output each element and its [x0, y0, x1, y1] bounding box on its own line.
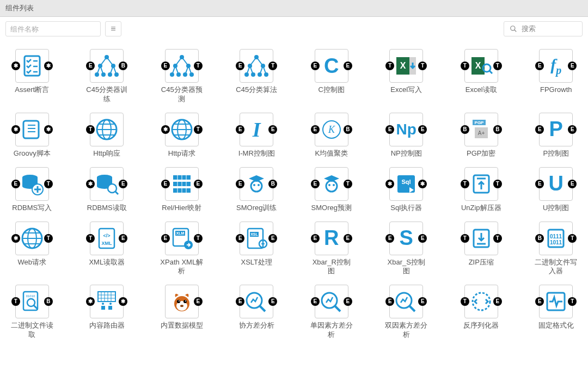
component-item[interactable]: EE协方差分析: [230, 285, 284, 340]
xlm-icon: XLM: [169, 225, 195, 251]
component-item[interactable]: EE双因素方差分析: [380, 285, 433, 340]
component-item[interactable]: ✱TWeb请求: [5, 222, 59, 276]
component-item[interactable]: TE反序列化器: [455, 285, 508, 340]
component-icon-box: ✱E: [90, 167, 124, 201]
port-badge-right: T: [194, 234, 203, 243]
component-item[interactable]: EEII-MR控制图: [230, 113, 284, 158]
component-icon-box: EES: [389, 222, 423, 255]
port-badge-left: T: [385, 62, 394, 70]
component-item[interactable]: TE</>XMLXML读取器: [81, 222, 134, 276]
component-item[interactable]: EEPP控制图: [530, 113, 583, 158]
component-icon-box: EB: [240, 167, 273, 201]
menu-icon: ≡: [111, 24, 115, 34]
component-item[interactable]: TTXExcel写入: [380, 49, 433, 104]
component-item[interactable]: EEXSLXSLT处理: [230, 222, 284, 276]
component-item[interactable]: TTZIP压缩: [455, 222, 508, 276]
port-badge-right: E: [268, 297, 277, 306]
component-item[interactable]: ETRDBMS写入: [5, 167, 59, 213]
component-label: FPGrowth: [540, 85, 572, 95]
component-item[interactable]: ✱✱SqlSql执行器: [380, 167, 433, 213]
component-item[interactable]: EESXbar_S控制图: [380, 222, 433, 276]
tree-icon: [94, 53, 120, 79]
component-item[interactable]: ETSMOreg预测: [305, 167, 358, 213]
component-item[interactable]: TB01010二进制文件读取: [5, 285, 59, 340]
xsl-icon: XSL: [243, 225, 270, 251]
component-icon-box: ✱✱Sql: [389, 167, 423, 201]
component-icon-box: T: [90, 113, 124, 146]
port-badge-right: T: [344, 180, 352, 188]
pulse-icon: [543, 288, 569, 315]
component-label: 二进制文件读取: [10, 321, 54, 340]
component-item[interactable]: EERel/Hier映射: [155, 167, 209, 213]
component-item[interactable]: EECC控制图: [305, 49, 358, 104]
db-search-icon: [94, 171, 120, 197]
component-item[interactable]: EEfpFPGrowth: [530, 49, 583, 104]
component-item[interactable]: ✱THttp请求: [155, 113, 209, 158]
port-badge-right: E: [119, 234, 127, 243]
component-label: UnZip解压器: [461, 204, 501, 213]
grad-icon: [318, 171, 345, 197]
component-item[interactable]: ✱✱Assert断言: [5, 49, 59, 104]
component-item[interactable]: TTUnZip解压器: [455, 167, 508, 213]
component-item[interactable]: ET固定格式化: [530, 285, 583, 340]
port-badge-right: E: [418, 125, 427, 134]
svg-point-64: [328, 184, 330, 186]
port-badge-right: B: [344, 125, 352, 134]
port-badge-right: E: [119, 180, 127, 188]
component-label: I-MR控制图: [238, 149, 275, 158]
svg-text:XML: XML: [102, 241, 113, 246]
xml-icon: </>XML: [94, 225, 120, 251]
component-item[interactable]: BBPGPA+PGP加密: [455, 113, 508, 158]
component-label: RDBMS写入: [12, 204, 52, 213]
svg-rect-93: [98, 292, 115, 302]
component-item[interactable]: ETC45分类算法: [230, 49, 284, 104]
svg-point-91: [27, 299, 35, 306]
port-badge-left: B: [535, 234, 544, 243]
svg-point-104: [179, 300, 180, 302]
svg-text:X: X: [400, 61, 406, 70]
component-label: XML读取器: [89, 258, 125, 267]
component-item[interactable]: EENpNP控制图: [380, 113, 433, 158]
port-badge-left: B: [461, 125, 469, 134]
component-item[interactable]: ✱ERDBMS读取: [81, 167, 134, 213]
search-box[interactable]: 搜索: [504, 21, 583, 36]
port-badge-left: E: [236, 297, 244, 306]
component-icon-box: EE: [389, 285, 423, 318]
rows-icon: [169, 171, 195, 197]
bin-search-icon: 01010: [19, 288, 45, 315]
svg-point-106: [180, 305, 183, 307]
component-label: Web请求: [18, 258, 47, 267]
svg-line-1: [514, 30, 517, 32]
component-item[interactable]: EBC45分类器训练: [81, 49, 134, 104]
search-icon: [510, 25, 517, 33]
component-item[interactable]: BT01111011二进制文件写入器: [530, 222, 583, 276]
component-item[interactable]: THttp响应: [81, 113, 134, 158]
port-badge-left: T: [86, 234, 95, 243]
component-item[interactable]: TTXExcel读取: [455, 49, 508, 104]
component-item[interactable]: ✱✱内容路由器: [81, 285, 134, 340]
port-badge-right: E: [568, 180, 577, 188]
filter-input[interactable]: [5, 21, 101, 36]
scroll-icon: [19, 116, 45, 143]
globe-icon: [169, 116, 195, 143]
component-label: NP控制图: [391, 149, 422, 158]
component-item[interactable]: ETC45分类器预测: [155, 49, 209, 104]
component-item[interactable]: E内置数据模型: [155, 285, 209, 340]
component-item[interactable]: ✱✱Groovy脚本: [5, 113, 59, 158]
component-icon-box: ET: [315, 167, 348, 201]
letter-R-icon: R: [318, 225, 345, 251]
port-badge-left: E: [236, 180, 244, 188]
component-item[interactable]: EE单因素方差分析: [305, 285, 358, 340]
component-item[interactable]: ETXLMXPath XML解析: [155, 222, 209, 276]
component-item[interactable]: EBKK均值聚类: [305, 113, 358, 158]
port-badge-right: T: [493, 62, 502, 70]
component-item[interactable]: EEUU控制图: [530, 167, 583, 213]
menu-button[interactable]: ≡: [105, 21, 121, 36]
component-item[interactable]: EBSMOreg训练: [230, 167, 284, 213]
port-badge-left: E: [86, 62, 95, 70]
component-item[interactable]: EERXbar_R控制图: [305, 222, 358, 276]
chart-mag-icon: [243, 288, 270, 315]
svg-text:A+: A+: [477, 130, 485, 136]
component-grid: ✱✱Assert断言EBC45分类器训练ETC45分类器预测ETC45分类算法E…: [0, 41, 588, 348]
component-label: 单因素方差分析: [310, 321, 353, 340]
